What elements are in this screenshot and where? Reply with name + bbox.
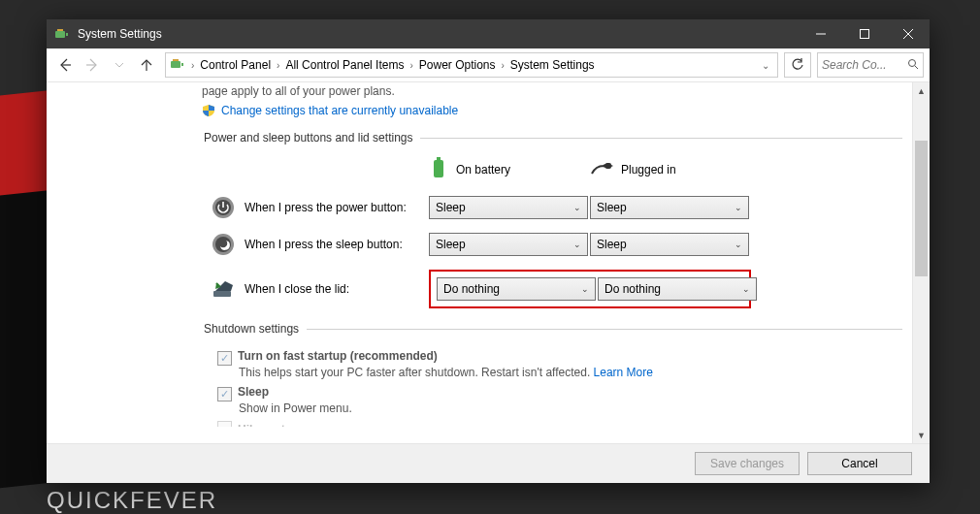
fast-startup-item: ✓Turn on fast startup (recommended) This…	[217, 349, 902, 379]
breadcrumb[interactable]: › Control Panel › All Control Panel Item…	[165, 52, 778, 78]
close-button[interactable]	[886, 19, 930, 48]
chevron-right-icon: ›	[191, 60, 194, 71]
chevron-down-icon[interactable]: ⌄	[762, 60, 773, 71]
learn-more-link[interactable]: Learn More	[594, 366, 653, 379]
back-button[interactable]	[52, 52, 78, 78]
svg-line-14	[915, 66, 918, 69]
refresh-button[interactable]	[784, 52, 811, 78]
change-settings-link[interactable]: Change settings that are currently unava…	[221, 104, 458, 117]
svg-rect-4	[860, 30, 868, 39]
chevron-down-icon: ⌄	[742, 284, 750, 294]
watermark: QUICKFEVER	[47, 487, 217, 514]
lid-battery-select[interactable]: Do nothing⌄	[437, 277, 596, 301]
lid-highlight: Do nothing⌄ Do nothing⌄	[429, 270, 751, 308]
power-plugged-select[interactable]: Sleep⌄	[590, 196, 749, 219]
hibernate-item: Hibernate	[217, 421, 902, 427]
fast-startup-title: Turn on fast startup (recommended)	[238, 349, 438, 363]
svg-rect-11	[181, 63, 183, 66]
maximize-button[interactable]	[842, 19, 886, 48]
section-legend: Power and sleep buttons and lid settings	[202, 131, 420, 145]
partial-description: page apply to all of your power plans.	[202, 84, 912, 98]
window-title: System Settings	[78, 27, 162, 41]
chevron-down-icon: ⌄	[581, 284, 589, 294]
sleep-item: ✓Sleep Show in Power menu.	[217, 385, 902, 415]
hibernate-title: Hibernate	[238, 423, 291, 427]
chevron-down-icon: ⌄	[573, 203, 581, 212]
save-changes-button[interactable]: Save changes	[695, 452, 800, 475]
scroll-down-icon[interactable]: ▼	[913, 427, 930, 443]
fast-startup-checkbox[interactable]: ✓	[217, 351, 232, 366]
recent-dropdown[interactable]	[107, 52, 132, 78]
search-icon	[907, 58, 919, 73]
forward-button[interactable]	[80, 52, 105, 78]
scroll-thumb[interactable]	[915, 141, 928, 276]
svg-rect-0	[55, 31, 65, 38]
col-plugged-in: Plugged in	[590, 158, 751, 180]
power-sleep-lid-section: Power and sleep buttons and lid settings…	[202, 131, 902, 308]
svg-rect-16	[437, 157, 441, 160]
col-on-battery: On battery	[429, 156, 590, 182]
chevron-right-icon: ›	[277, 60, 279, 71]
breadcrumb-item[interactable]: System Settings	[510, 58, 595, 72]
minimize-button[interactable]	[799, 19, 842, 48]
fast-startup-desc: This helps start your PC faster after sh…	[239, 366, 902, 379]
col-label: Plugged in	[621, 163, 676, 177]
svg-rect-17	[605, 163, 611, 169]
col-label: On battery	[456, 163, 510, 177]
vertical-scrollbar[interactable]: ▲ ▼	[912, 82, 930, 443]
svg-point-13	[909, 59, 916, 66]
svg-rect-12	[173, 59, 179, 61]
navbar: › Control Panel › All Control Panel Item…	[47, 48, 930, 82]
shutdown-settings-section: Shutdown settings ✓Turn on fast startup …	[202, 322, 902, 427]
svg-rect-15	[434, 160, 443, 177]
breadcrumb-item[interactable]: Power Options	[419, 58, 496, 72]
up-button[interactable]	[134, 52, 159, 78]
svg-rect-22	[213, 291, 231, 297]
cancel-button[interactable]: Cancel	[807, 452, 912, 475]
watermark-b: FEVER	[130, 487, 217, 513]
breadcrumb-item[interactable]: Control Panel	[200, 58, 271, 72]
titlebar[interactable]: System Settings	[47, 19, 930, 48]
footer: Save changes Cancel	[47, 443, 930, 483]
row-label-lid: When I close the lid:	[245, 282, 429, 296]
power-options-icon	[54, 26, 70, 42]
power-options-icon	[170, 56, 185, 75]
row-label-power: When I press the power button:	[245, 201, 429, 214]
hibernate-checkbox[interactable]	[217, 421, 232, 427]
power-battery-select[interactable]: Sleep⌄	[429, 196, 588, 219]
content-pane: page apply to all of your power plans. C…	[47, 82, 912, 443]
section-legend: Shutdown settings	[202, 322, 307, 336]
svg-rect-2	[57, 29, 63, 31]
search-input[interactable]: Search Co...	[817, 52, 924, 78]
window: System Settings › Control Panel › All Co…	[47, 19, 930, 483]
power-button-icon	[202, 196, 245, 219]
battery-icon	[429, 156, 448, 182]
lid-plugged-select[interactable]: Do nothing⌄	[598, 277, 757, 301]
sleep-title: Sleep	[238, 385, 269, 399]
chevron-right-icon: ›	[409, 60, 412, 71]
sleep-plugged-select[interactable]: Sleep⌄	[590, 233, 749, 256]
chevron-right-icon: ›	[502, 60, 505, 71]
uac-shield-icon	[202, 104, 215, 117]
scroll-up-icon[interactable]: ▲	[913, 82, 930, 99]
plug-icon	[590, 158, 613, 180]
svg-rect-1	[66, 33, 68, 36]
chevron-down-icon: ⌄	[735, 240, 742, 249]
chevron-down-icon: ⌄	[735, 203, 742, 212]
chevron-down-icon: ⌄	[573, 240, 581, 249]
sleep-battery-select[interactable]: Sleep⌄	[429, 233, 588, 256]
sleep-checkbox[interactable]: ✓	[217, 387, 232, 402]
sleep-desc: Show in Power menu.	[239, 402, 902, 415]
lid-icon	[202, 277, 245, 301]
sleep-button-icon	[202, 233, 245, 256]
svg-rect-10	[171, 61, 180, 68]
watermark-a: QUICK	[47, 487, 130, 513]
row-label-sleep: When I press the sleep button:	[245, 238, 429, 251]
search-placeholder: Search Co...	[822, 58, 887, 72]
breadcrumb-item[interactable]: All Control Panel Items	[285, 58, 404, 72]
